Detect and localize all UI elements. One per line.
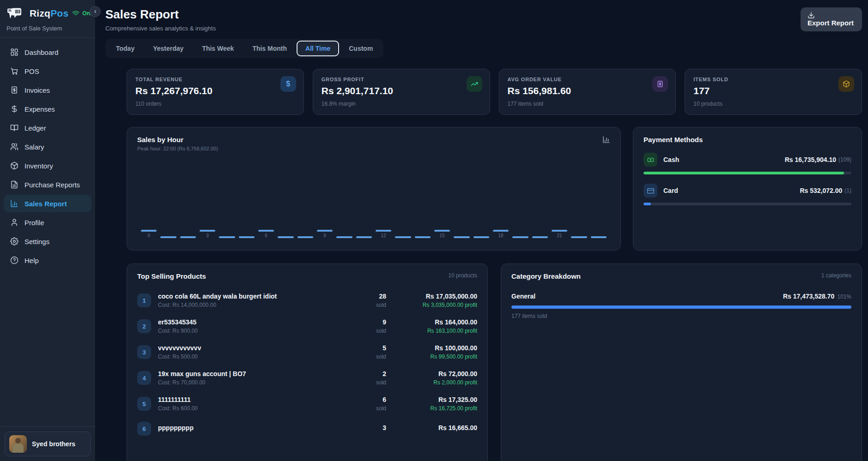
product-name: vvvvvvvvvvvv [158,344,359,352]
product-cost: Cost: Rs 600.00 [158,405,359,412]
page-title: Sales Report [105,7,216,22]
product-qty: 2 [359,370,386,377]
top-selling-products-panel: Top Selling Products 10 products 1 coco … [127,263,488,461]
sidebar-item-profile[interactable]: Profile [4,214,91,231]
sales-by-hour-title: Sales by Hour [137,136,218,144]
product-profit: Rs 99,500.00 profit [396,353,477,360]
product-name: coco cola 60L anday wala burgert idiot [158,293,359,300]
tab-all-time[interactable]: All Time [297,41,339,56]
tab-this-month[interactable]: This Month [243,41,296,56]
hour-bar-column [393,236,413,238]
cart-icon [10,67,18,75]
category-progress-track [511,305,851,309]
tab-yesterday[interactable]: Yesterday [144,41,192,56]
banknote-icon [643,153,657,167]
hour-bar-column [472,236,491,238]
category-items-sold: 177 items sold [511,313,851,319]
stat-card-items-sold: ITEMS SOLD 177 10 products [685,69,862,115]
book-open-icon [10,124,18,132]
sidebar-item-settings[interactable]: Settings [4,233,91,250]
stat-label: TOTAL REVENUE [135,77,295,82]
stat-card-total-revenue: TOTAL REVENUE Rs 17,267,976.10 110 order… [127,69,304,115]
hour-bar-column: 21 [550,230,569,238]
product-cost: Cost: Rs 500.00 [158,353,359,360]
hour-bar-column [217,236,237,238]
sidebar-item-salary[interactable]: Salary [4,138,91,156]
product-row: 6 ppppppppp 3 Rs 16,665.00 [137,417,477,441]
sidebar-item-purchase-reports[interactable]: Purchase Reports [4,176,91,193]
product-profit: Rs 163,100.00 profit [396,328,477,334]
hour-bar-column [530,236,550,238]
category-percent: 101% [837,293,851,300]
category-name: General [511,293,535,300]
product-row: 1 coco cola 60L anday wala burgert idiot… [137,287,477,313]
payment-progress-fill [643,203,651,205]
stat-value: 177 [693,85,853,96]
peak-hour-annotation: Peak hour: 22:00 (Rs 6,758,602.00) [137,146,218,151]
product-row: 5 1111111111Cost: Rs 600.00 6sold Rs 17,… [137,391,477,417]
category-amount: Rs 17,473,528.70 [783,293,834,300]
product-revenue: Rs 72,000.00 [396,370,477,377]
hour-bar-column [276,236,295,238]
sidebar-item-invoices[interactable]: Invoices [4,81,91,99]
stat-label: ITEMS SOLD [693,77,853,82]
download-icon [807,12,855,19]
rank-badge: 1 [137,293,151,307]
grid-icon [10,48,18,56]
stat-sub: 110 orders [135,101,295,107]
tab-today[interactable]: Today [107,41,143,56]
payment-count: (109) [838,156,851,163]
user-name: Syed brothers [32,440,75,448]
export-report-button[interactable]: Export Report [801,7,862,31]
sidebar-item-expenses[interactable]: Expenses [4,100,91,118]
sidebar-item-pos[interactable]: POS [4,62,91,80]
hour-bar-column: 15 [432,230,452,238]
product-qty-label: sold [359,302,386,308]
stat-sub: 10 products [693,101,853,107]
product-cost: Cost: Rs 900.00 [158,328,359,334]
app-logo-icon [6,6,23,20]
category-row: General Rs 17,473,528.70101% 177 items s… [511,292,851,319]
hour-bar-column: 0 [139,230,158,238]
stat-value: Rs 2,901,717.10 [322,85,481,96]
product-list: 1 coco cola 60L anday wala burgert idiot… [137,287,477,441]
category-count-badge: 1 categories [821,272,851,279]
stat-label: GROSS PROFIT [322,77,481,82]
hour-bar-column: 3 [198,230,217,238]
export-report-label: Export Report [807,19,854,27]
product-revenue: Rs 100,000.00 [396,344,477,352]
hour-bar-column [413,236,432,238]
payment-amount: Rs 16,735,904.10 [785,156,836,163]
sidebar-item-ledger[interactable]: Ledger [4,119,91,137]
tab-this-week[interactable]: This Week [193,41,243,56]
hour-bar-column: 12 [374,230,393,238]
rank-badge: 3 [137,345,151,359]
sidebar-item-help[interactable]: Help [4,251,91,269]
top-products-count-badge: 10 products [448,272,477,279]
brand-block: RizqPos Online Point of Sale System [0,0,95,38]
hour-bar-column [178,236,198,238]
payment-name: Cash [663,156,785,163]
sidebar-item-label: Help [24,257,39,264]
sidebar-item-label: Invoices [24,86,50,94]
payment-methods-title: Payment Methods [643,136,851,144]
product-row: 3 vvvvvvvvvvvvCost: Rs 500.00 5sold Rs 1… [137,339,477,365]
sidebar-item-label: Inventory [24,162,53,170]
user-card[interactable]: Syed brothers [5,431,91,456]
product-cost: Cost: Rs 70,000.00 [158,379,359,386]
sidebar-item-inventory[interactable]: Inventory [4,157,91,174]
category-breakdown-panel: Category Breakdown 1 categories General … [501,263,862,461]
top-products-title: Top Selling Products [137,272,206,280]
user-icon [10,218,18,227]
product-revenue: Rs 17,325.00 [396,396,477,403]
sidebar-collapse-button[interactable]: ‹ [90,6,101,17]
category-progress-fill [511,305,851,309]
sidebar-item-dashboard[interactable]: Dashboard [4,43,91,61]
sidebar-item-sales-report[interactable]: Sales Report [4,195,91,212]
sidebar-item-label: Salary [24,143,44,151]
sidebar-item-label: Settings [24,238,49,245]
wifi-icon [72,10,79,17]
rank-badge: 4 [137,371,151,385]
trending-up-icon [467,76,482,92]
tab-custom[interactable]: Custom [340,41,382,56]
